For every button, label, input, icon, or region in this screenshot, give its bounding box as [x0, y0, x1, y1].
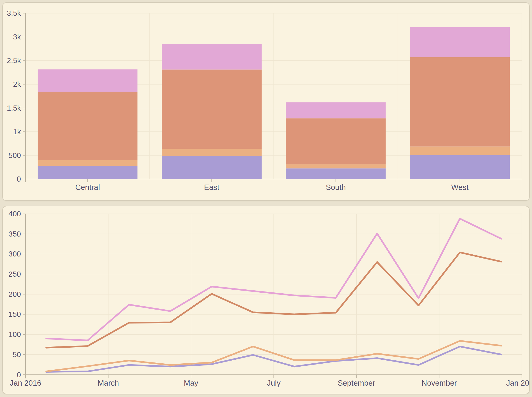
line-chart-panel: 050100150200250300350400Jan 2016MarchMay… — [2, 206, 530, 394]
category-label: South — [326, 183, 346, 192]
x-tick-label: May — [184, 379, 198, 387]
y-tick-label: 3k — [13, 33, 21, 41]
bar-segment-pink-west — [410, 27, 510, 57]
bar-segment-salmon-south — [286, 118, 386, 164]
y-tick-label: 0 — [17, 371, 21, 379]
y-tick-label: 350 — [9, 230, 21, 238]
stacked-bar-chart-panel: 05001k1.5k2k2.5k3k3.5kCentralEastSouthWe… — [2, 2, 530, 201]
y-tick-label: 2k — [13, 80, 21, 88]
bar-segment-purple-west — [410, 155, 510, 179]
y-tick-label: 3.5k — [7, 9, 21, 17]
y-tick-label: 500 — [9, 151, 21, 160]
y-tick-label: 1k — [13, 128, 21, 136]
category-label: Central — [75, 183, 100, 192]
stacked-bar-chart: 05001k1.5k2k2.5k3k3.5kCentralEastSouthWe… — [3, 3, 529, 200]
bar-segment-salmon-central — [38, 92, 137, 160]
y-tick-label: 300 — [9, 250, 21, 258]
bar-segment-purple-east — [162, 156, 262, 179]
bar-segment-tan-east — [162, 149, 262, 156]
y-tick-label: 0 — [17, 175, 21, 183]
y-tick-label: 250 — [9, 270, 21, 278]
y-tick-label: 400 — [9, 210, 21, 218]
bar-segment-tan-south — [286, 164, 386, 168]
x-tick-label: Jan 2017 — [506, 379, 529, 387]
bar-segment-salmon-west — [410, 57, 510, 146]
y-tick-label: 150 — [9, 310, 21, 318]
bar-segment-purple-central — [38, 166, 137, 179]
y-tick-label: 200 — [9, 290, 21, 298]
bar-segment-tan-west — [410, 147, 510, 155]
bar-segment-salmon-east — [162, 69, 262, 149]
bar-segment-tan-central — [38, 160, 137, 166]
category-label: East — [204, 183, 219, 192]
y-tick-label: 50 — [13, 350, 21, 359]
y-tick-label: 2.5k — [7, 56, 21, 65]
x-tick-label: March — [98, 379, 119, 387]
y-tick-label: 100 — [9, 330, 21, 339]
line-chart-grid — [25, 214, 522, 375]
line-chart: 050100150200250300350400Jan 2016MarchMay… — [3, 206, 529, 394]
bar-segment-pink-south — [286, 102, 386, 118]
x-tick-label: November — [422, 379, 457, 387]
bar-segment-pink-central — [38, 69, 137, 92]
category-label: West — [451, 183, 469, 192]
x-tick-label: July — [267, 379, 281, 387]
y-tick-label: 1.5k — [7, 104, 21, 112]
x-tick-label: September — [338, 379, 375, 387]
x-tick-label: Jan 2016 — [10, 379, 41, 387]
bar-segment-purple-south — [286, 168, 386, 179]
bar-segment-pink-east — [162, 44, 262, 69]
